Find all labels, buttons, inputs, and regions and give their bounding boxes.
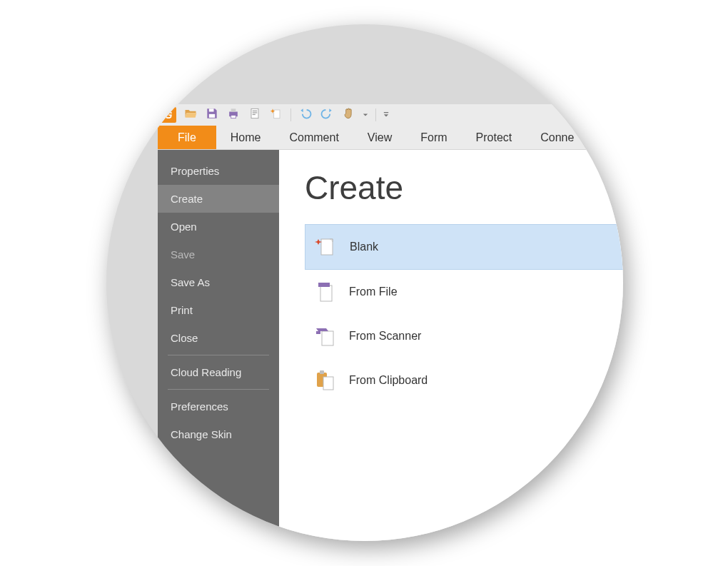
tool-dropdown-icon[interactable] — [363, 112, 368, 118]
svg-rect-4 — [231, 116, 236, 118]
tab-view[interactable]: View — [353, 126, 406, 149]
application-window: G — [158, 104, 623, 541]
sidebar-item-close[interactable]: Close — [158, 324, 279, 352]
backstage-view: Properties Create Open Save Save As Prin… — [158, 150, 623, 541]
open-folder-icon[interactable] — [183, 106, 198, 123]
svg-rect-0 — [209, 108, 214, 111]
sidebar-item-create[interactable]: Create — [158, 185, 279, 213]
new-page-icon[interactable] — [269, 106, 283, 123]
create-option-from-scanner[interactable]: From Scanner — [305, 314, 623, 358]
ribbon-tabs: File Home Comment View Form Protect Conn… — [158, 126, 623, 150]
svg-rect-18 — [323, 377, 333, 390]
option-label: From Clipboard — [349, 374, 428, 387]
svg-rect-17 — [320, 370, 324, 374]
undo-icon[interactable] — [298, 106, 313, 123]
toolbar-divider — [290, 108, 291, 121]
create-option-from-clipboard[interactable]: From Clipboard — [305, 358, 623, 403]
svg-rect-14 — [322, 331, 333, 345]
qat-customize-icon[interactable] — [383, 112, 389, 118]
svg-rect-3 — [231, 108, 236, 111]
svg-rect-15 — [316, 331, 320, 334]
sidebar-item-save-as[interactable]: Save As — [158, 268, 279, 296]
tab-home[interactable]: Home — [216, 126, 275, 149]
svg-rect-7 — [253, 112, 258, 113]
option-label: From Scanner — [349, 330, 421, 343]
blank-page-icon — [314, 235, 338, 259]
tab-connect[interactable]: Conne — [526, 126, 588, 149]
redo-icon[interactable] — [320, 106, 334, 123]
backstage-main: Create Blank From File — [279, 150, 623, 541]
toolbar-divider — [375, 108, 376, 121]
quick-access-toolbar: G — [158, 104, 623, 126]
option-label: From File — [349, 285, 398, 298]
sidebar-item-preferences[interactable]: Preferences — [158, 393, 279, 420]
tab-protect[interactable]: Protect — [462, 126, 527, 149]
sidebar-item-open[interactable]: Open — [158, 213, 279, 241]
create-option-blank[interactable]: Blank — [305, 224, 623, 270]
svg-rect-6 — [253, 111, 258, 111]
svg-rect-12 — [320, 285, 332, 301]
from-clipboard-icon — [313, 368, 338, 393]
from-file-icon — [313, 280, 338, 304]
app-logo-icon: G — [161, 107, 176, 123]
tab-comment[interactable]: Comment — [275, 126, 353, 149]
tab-form[interactable]: Form — [406, 126, 461, 149]
sidebar-item-print[interactable]: Print — [158, 296, 279, 324]
svg-rect-11 — [321, 239, 333, 255]
print-icon[interactable] — [226, 106, 241, 123]
page-icon[interactable] — [248, 106, 262, 123]
sidebar-separator — [168, 355, 269, 355]
svg-rect-8 — [253, 114, 256, 115]
tab-file[interactable]: File — [158, 126, 216, 149]
from-scanner-icon — [313, 324, 338, 348]
circular-crop: G — [106, 24, 623, 541]
svg-rect-1 — [209, 114, 215, 118]
sidebar-separator — [168, 389, 269, 390]
save-icon[interactable] — [205, 106, 219, 123]
create-option-from-file[interactable]: From File — [305, 270, 623, 314]
sidebar-item-save: Save — [158, 241, 279, 268]
sidebar-item-properties[interactable]: Properties — [158, 157, 279, 185]
svg-rect-13 — [318, 283, 330, 287]
backstage-sidebar: Properties Create Open Save Save As Prin… — [158, 150, 279, 541]
hand-tool-icon[interactable] — [341, 106, 355, 123]
svg-rect-10 — [384, 112, 388, 113]
sidebar-item-cloud-reading[interactable]: Cloud Reading — [158, 358, 279, 386]
page-title: Create — [305, 168, 623, 207]
svg-rect-5 — [251, 108, 258, 118]
option-label: Blank — [350, 241, 378, 253]
sidebar-item-change-skin[interactable]: Change Skin — [158, 420, 279, 448]
